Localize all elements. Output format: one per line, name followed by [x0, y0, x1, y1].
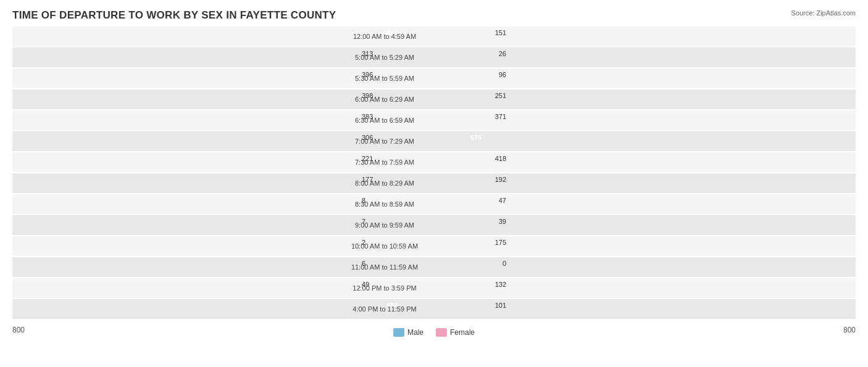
female-bar-container: 676	[434, 134, 485, 149]
female-value: 26	[499, 50, 506, 57]
chart-row: 6:30 AM to 6:59 AM383371	[12, 110, 856, 130]
female-value: 676	[470, 134, 482, 141]
chart-row: 12:00 PM to 3:59 PM49132	[12, 278, 856, 298]
female-bar-container: 251	[434, 92, 485, 107]
chart-row: 5:30 AM to 5:59 AM39696	[12, 68, 856, 88]
time-label: 5:30 AM to 5:59 AM	[335, 75, 434, 82]
female-bar-container: 192	[434, 176, 485, 191]
female-value: 132	[495, 281, 506, 288]
female-bar-container: 96	[434, 71, 485, 86]
chart-row: 11:00 AM to 11:59 AM60	[12, 257, 856, 277]
chart-container: TIME OF DEPARTURE TO WORK BY SEX IN FAYE…	[0, 0, 868, 367]
chart-row: 5:00 AM to 5:29 AM31326	[12, 47, 856, 67]
chart-row: 8:30 AM to 8:59 AM847	[12, 194, 856, 214]
bar-section: 7:30 AM to 7:59 AM221418	[12, 152, 856, 172]
bar-section: 12:00 PM to 3:59 PM49132	[12, 278, 856, 298]
axis-bottom: 800 Male Female 800	[12, 326, 856, 337]
time-label: 6:30 AM to 6:59 AM	[335, 117, 434, 124]
legend-female: Female	[436, 328, 475, 337]
time-label: 11:00 AM to 11:59 AM	[335, 263, 434, 271]
legend: Male Female	[393, 328, 475, 337]
chart-row: 7:30 AM to 7:59 AM221418	[12, 152, 856, 172]
female-value: 47	[499, 197, 506, 204]
time-label: 7:30 AM to 7:59 AM	[335, 159, 434, 166]
female-value: 39	[499, 218, 506, 225]
female-bar-container: 101	[434, 302, 485, 316]
legend-female-label: Female	[450, 328, 475, 337]
chart-row: 8:00 AM to 8:29 AM177192	[12, 173, 856, 193]
female-bar-container: 418	[434, 155, 485, 170]
time-label: 10:00 AM to 10:59 AM	[335, 242, 434, 250]
female-value: 0	[503, 260, 506, 267]
female-value: 251	[495, 92, 506, 99]
female-value: 96	[499, 71, 506, 78]
female-value: 175	[495, 239, 506, 246]
bar-section: 5:00 AM to 5:29 AM31326	[12, 47, 856, 67]
female-bar-container: 47	[434, 197, 485, 212]
female-bar-container: 151	[434, 29, 485, 44]
time-label: 6:00 AM to 6:29 AM	[335, 96, 434, 103]
female-value: 192	[495, 176, 506, 183]
time-label: 8:30 AM to 8:59 AM	[335, 200, 434, 208]
bar-section: 9:00 AM to 9:59 AM739	[12, 215, 856, 235]
time-label: 8:00 AM to 8:29 AM	[335, 179, 434, 187]
time-label: 12:00 AM to 4:59 AM	[335, 33, 434, 40]
female-bar-container: 39	[434, 218, 485, 233]
time-label: 4:00 PM to 11:59 PM	[335, 305, 434, 313]
time-label: 5:00 AM to 5:29 AM	[335, 54, 434, 61]
bar-section: 4:00 PM to 11:59 PM484101	[12, 299, 856, 319]
chart-title: TIME OF DEPARTURE TO WORK BY SEX IN FAYE…	[12, 9, 856, 22]
time-label: 12:00 PM to 3:59 PM	[335, 284, 434, 292]
bar-section: 11:00 AM to 11:59 AM60	[12, 257, 856, 277]
bar-section: 7:00 AM to 7:29 AM306676	[12, 131, 856, 151]
source-label: Source: ZipAtlas.com	[791, 9, 856, 17]
bar-section: 6:30 AM to 6:59 AM383371	[12, 110, 856, 130]
bar-section: 5:30 AM to 5:59 AM39696	[12, 68, 856, 88]
chart-row: 7:00 AM to 7:29 AM306676	[12, 131, 856, 151]
bar-section: 6:00 AM to 6:29 AM398251	[12, 89, 856, 109]
chart-area: 12:00 AM to 4:59 AM6371515:00 AM to 5:29…	[12, 27, 856, 323]
time-label: 7:00 AM to 7:29 AM	[335, 138, 434, 145]
male-swatch	[393, 328, 404, 337]
chart-row: 6:00 AM to 6:29 AM398251	[12, 89, 856, 109]
axis-right-label: 800	[843, 326, 856, 337]
female-swatch	[436, 328, 447, 337]
bar-section: 10:00 AM to 10:59 AM2175	[12, 236, 856, 256]
female-value: 371	[495, 113, 506, 120]
legend-male-label: Male	[407, 328, 424, 337]
chart-row: 9:00 AM to 9:59 AM739	[12, 215, 856, 235]
bar-section: 8:30 AM to 8:59 AM847	[12, 194, 856, 214]
chart-row: 10:00 AM to 10:59 AM2175	[12, 236, 856, 256]
chart-row: 12:00 AM to 4:59 AM637151	[12, 27, 856, 46]
bar-section: 12:00 AM to 4:59 AM637151	[12, 27, 856, 46]
female-bar-container: 371	[434, 113, 485, 128]
female-bar-container: 132	[434, 281, 485, 295]
female-bar-container: 0	[434, 260, 485, 274]
female-bar-container: 175	[434, 239, 485, 254]
axis-left-label: 800	[12, 326, 25, 337]
female-value: 418	[495, 155, 506, 162]
bar-section: 8:00 AM to 8:29 AM177192	[12, 173, 856, 193]
legend-male: Male	[393, 328, 424, 337]
female-value: 101	[495, 302, 506, 309]
female-bar-container: 26	[434, 50, 485, 65]
female-value: 151	[495, 29, 506, 36]
time-label: 9:00 AM to 9:59 AM	[335, 221, 434, 229]
chart-row: 4:00 PM to 11:59 PM484101	[12, 299, 856, 319]
